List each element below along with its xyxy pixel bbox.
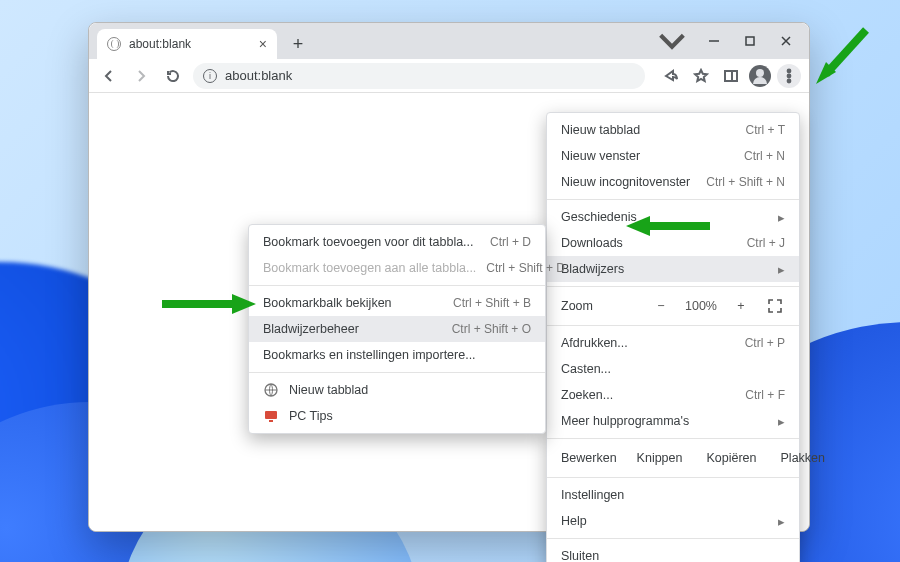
menu-settings[interactable]: Instellingen (547, 482, 799, 508)
menu-bookmarks[interactable]: Bladwijzers ▸ (547, 256, 799, 282)
toolbar-actions (659, 64, 801, 88)
site-info-icon[interactable]: i (203, 69, 217, 83)
browser-tab[interactable]: about:blank × (97, 29, 277, 59)
submenu-add-bookmark[interactable]: Bookmark toevoegen voor dit tabbla... Ct… (249, 229, 545, 255)
omnibox[interactable]: i about:blank (193, 63, 645, 89)
submenu-add-all-bookmarks: Bookmark toevoegen aan alle tabbla... Ct… (249, 255, 545, 281)
menu-new-window[interactable]: Nieuw venster Ctrl + N (547, 143, 799, 169)
tab-strip: about:blank × + (89, 23, 809, 59)
svg-rect-0 (746, 37, 754, 45)
reload-button[interactable] (161, 64, 185, 88)
omnibox-url: about:blank (225, 68, 292, 83)
menu-separator (547, 325, 799, 326)
zoom-out-button[interactable]: − (651, 299, 671, 313)
share-icon[interactable] (659, 64, 683, 88)
menu-new-tab[interactable]: Nieuw tabblad Ctrl + T (547, 117, 799, 143)
cut-button[interactable]: Knippen (629, 447, 691, 469)
chevron-right-icon: ▸ (778, 414, 785, 429)
svg-rect-6 (265, 411, 277, 419)
main-menu-button[interactable] (777, 64, 801, 88)
chevron-right-icon: ▸ (778, 210, 785, 225)
side-panel-icon[interactable] (719, 64, 743, 88)
submenu-import-bookmarks[interactable]: Bookmarks en instellingen importere... (249, 342, 545, 368)
window-controls (697, 29, 803, 53)
close-window-button[interactable] (769, 29, 803, 53)
globe-icon (263, 382, 279, 398)
menu-separator (547, 199, 799, 200)
menu-history[interactable]: Geschiedenis ▸ (547, 204, 799, 230)
chevron-right-icon: ▸ (778, 262, 785, 277)
menu-find[interactable]: Zoeken... Ctrl + F (547, 382, 799, 408)
menu-cast[interactable]: Casten... (547, 356, 799, 382)
forward-button[interactable] (129, 64, 153, 88)
bookmark-star-icon[interactable] (689, 64, 713, 88)
submenu-bookmark-manager[interactable]: Bladwijzerbeheer Ctrl + Shift + O (249, 316, 545, 342)
pctips-favicon-icon (263, 408, 279, 424)
toolbar: i about:blank (89, 59, 809, 93)
globe-icon (107, 37, 121, 51)
maximize-button[interactable] (733, 29, 767, 53)
new-tab-button[interactable]: + (285, 31, 311, 57)
menu-new-incognito[interactable]: Nieuw incognitovenster Ctrl + Shift + N (547, 169, 799, 195)
menu-zoom-row: Zoom − 100% + (547, 291, 799, 321)
zoom-value: 100% (685, 299, 717, 313)
svg-rect-7 (269, 420, 273, 422)
submenu-bookmark-newtab[interactable]: Nieuw tabblad (249, 377, 545, 403)
submenu-bookmark-pctips[interactable]: PC Tips (249, 403, 545, 429)
tab-close-icon[interactable]: × (259, 37, 267, 51)
fullscreen-icon[interactable] (765, 299, 785, 313)
chevron-right-icon: ▸ (778, 514, 785, 529)
main-menu: Nieuw tabblad Ctrl + T Nieuw venster Ctr… (546, 112, 800, 562)
menu-help[interactable]: Help ▸ (547, 508, 799, 534)
tab-title: about:blank (129, 37, 191, 51)
back-button[interactable] (97, 64, 121, 88)
submenu-show-bookmark-bar[interactable]: Bookmarkbalk bekijken Ctrl + Shift + B (249, 290, 545, 316)
menu-edit-row: Bewerken Knippen Kopiëren Plakken (547, 443, 799, 473)
bookmarks-submenu: Bookmark toevoegen voor dit tabbla... Ct… (248, 224, 546, 434)
paste-button[interactable]: Plakken (773, 447, 833, 469)
menu-separator (547, 438, 799, 439)
menu-exit[interactable]: Sluiten (547, 543, 799, 562)
zoom-in-button[interactable]: + (731, 299, 751, 313)
minimize-button[interactable] (697, 29, 731, 53)
edit-label: Bewerken (557, 447, 621, 469)
profile-avatar-icon[interactable] (749, 65, 771, 87)
menu-separator (249, 285, 545, 286)
copy-button[interactable]: Kopiëren (698, 447, 764, 469)
menu-separator (547, 286, 799, 287)
menu-print[interactable]: Afdrukken... Ctrl + P (547, 330, 799, 356)
svg-point-2 (788, 69, 791, 72)
svg-point-4 (788, 79, 791, 82)
menu-more-tools[interactable]: Meer hulpprogramma's ▸ (547, 408, 799, 434)
svg-point-3 (788, 74, 791, 77)
svg-marker-10 (816, 62, 836, 84)
menu-separator (547, 477, 799, 478)
menu-separator (249, 372, 545, 373)
tab-search-chevron-icon[interactable] (655, 29, 689, 53)
menu-downloads[interactable]: Downloads Ctrl + J (547, 230, 799, 256)
annotation-arrow (806, 22, 876, 92)
menu-separator (547, 538, 799, 539)
